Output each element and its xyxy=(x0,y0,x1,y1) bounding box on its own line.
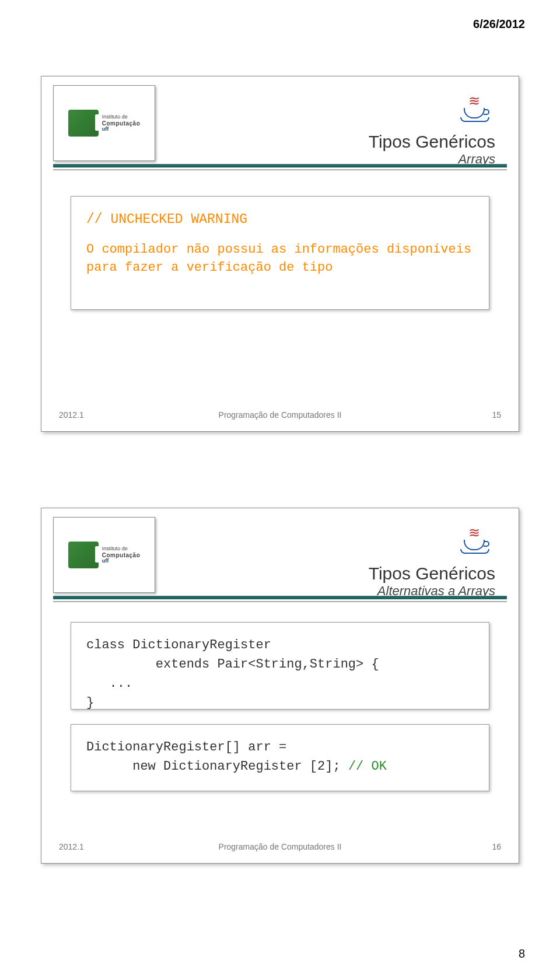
logo-mark-icon xyxy=(68,110,99,137)
slide-2-title: Tipos Genéricos xyxy=(369,564,495,584)
slide-2-footer: 2012.1 Programação de Computadores II 16 xyxy=(59,842,501,851)
code-line: class DictionaryRegister xyxy=(86,635,474,655)
code-line: ... xyxy=(86,674,474,693)
logo-line-1: Instituto de xyxy=(102,546,141,552)
logo-org: uff xyxy=(102,558,141,564)
institution-logo: Instituto de Computação uff xyxy=(53,517,155,593)
slide-1-title-block: ≋ Tipos Genéricos Arrays xyxy=(369,100,495,167)
code-line: new DictionaryRegister [2]; // OK xyxy=(86,757,474,776)
slide-1-title: Tipos Genéricos xyxy=(369,132,495,152)
divider xyxy=(53,164,507,170)
logo-line-2: Computação xyxy=(102,120,141,127)
page-header-date: 6/26/2012 xyxy=(473,18,525,31)
slide-2: Instituto de Computação uff ≋ Tipos Gené… xyxy=(41,508,519,864)
footer-right: 16 xyxy=(492,842,501,851)
logo-org: uff xyxy=(102,127,141,132)
footer-left: 2012.1 xyxy=(59,410,84,420)
code-line: } xyxy=(86,693,474,712)
code-fragment: new DictionaryRegister [2]; xyxy=(86,759,348,774)
institution-logo: Instituto de Computação uff xyxy=(53,85,155,161)
logo-line-2: Computação xyxy=(102,552,141,558)
code-line: extends Pair<String,String> { xyxy=(86,655,474,674)
footer-right: 15 xyxy=(492,410,501,420)
java-icon: ≋ xyxy=(460,532,495,558)
code-comment-line: // UNCHECKED WARNING xyxy=(86,209,474,230)
java-icon: ≋ xyxy=(460,100,495,126)
page-number: 8 xyxy=(519,947,525,960)
logo-mark-icon xyxy=(68,542,99,568)
code-comment: // OK xyxy=(348,759,387,774)
code-line: DictionaryRegister[] arr = xyxy=(86,738,474,757)
logo-line-1: Instituto de xyxy=(102,114,141,120)
slide-2-code-box-a: class DictionaryRegister extends Pair<St… xyxy=(71,622,489,710)
slide-1-footer: 2012.1 Programação de Computadores II 15 xyxy=(59,410,501,420)
logo-text: Instituto de Computação uff xyxy=(102,546,141,564)
slide-1-body-text: O compilador não possui as informações d… xyxy=(86,240,474,278)
footer-center: Programação de Computadores II xyxy=(59,410,501,420)
slide-1: Instituto de Computação uff ≋ Tipos Gené… xyxy=(41,76,519,432)
footer-left: 2012.1 xyxy=(59,842,84,851)
slide-1-header: Instituto de Computação uff ≋ Tipos Gené… xyxy=(41,76,519,170)
slide-2-header: Instituto de Computação uff ≋ Tipos Gené… xyxy=(41,508,519,602)
footer-center: Programação de Computadores II xyxy=(59,842,501,851)
slide-2-title-block: ≋ Tipos Genéricos Alternativas a Arrays xyxy=(369,532,495,599)
logo-text: Instituto de Computação uff xyxy=(102,114,141,132)
slide-2-code-box-b: DictionaryRegister[] arr = new Dictionar… xyxy=(71,724,489,791)
divider xyxy=(53,596,507,602)
slide-1-content-box: // UNCHECKED WARNING O compilador não po… xyxy=(71,196,489,310)
